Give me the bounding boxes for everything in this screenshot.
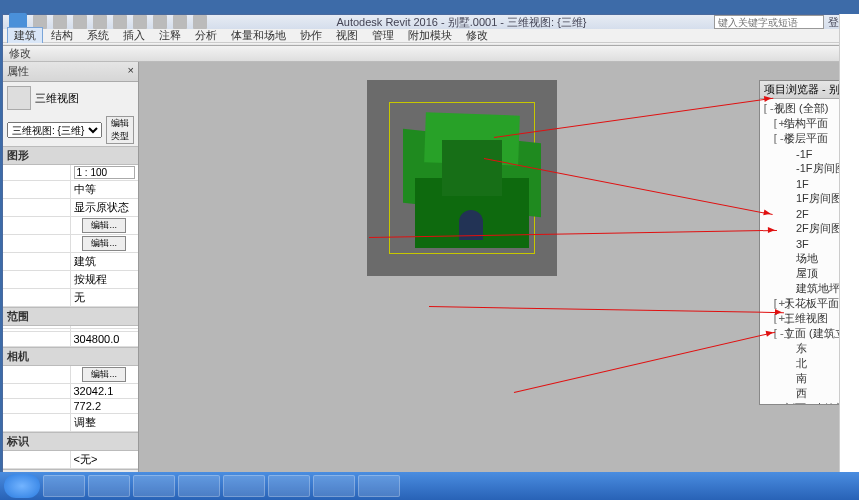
instance-selector[interactable]: 三维视图: {三维} [7,122,102,138]
tab-manage[interactable]: 管理 [366,28,400,43]
qat-icon[interactable] [93,15,107,29]
properties-title: 属性 [7,64,29,79]
task-item[interactable] [133,475,175,497]
task-item[interactable] [313,475,355,497]
tab-systems[interactable]: 系统 [81,28,115,43]
building-model[interactable] [387,100,537,256]
task-item[interactable] [178,475,220,497]
edit-button[interactable]: 编辑... [82,367,126,382]
section-id[interactable]: 标识 [3,432,138,451]
tab-collaborate[interactable]: 协作 [294,28,328,43]
view-type-icon [7,86,31,110]
viewport[interactable]: 项目浏览器 - 别墅.0001× [-]视图 (全部)[+]结构平面[-]楼层平… [139,62,856,491]
options-bar: 修改 [3,46,856,62]
help-search-input[interactable] [714,15,824,29]
qat-icon[interactable] [53,15,67,29]
app-window: Autodesk Revit 2016 - 别墅.0001 - 三维视图: {三… [2,14,857,498]
qat-icon[interactable] [193,15,207,29]
qat-icon[interactable] [73,15,87,29]
windows-taskbar[interactable] [0,472,859,500]
tab-modify[interactable]: 修改 [460,28,494,43]
qat-icon[interactable] [113,15,127,29]
annotation-arrow [514,332,775,393]
tab-analyze[interactable]: 分析 [189,28,223,43]
edit-button[interactable]: 编辑... [82,236,126,251]
properties-panel: 属性× 三维视图 三维视图: {三维} 编辑类型 图形 中等 显示原状态 编辑.… [3,62,139,491]
tab-structure[interactable]: 结构 [45,28,79,43]
task-item[interactable] [223,475,265,497]
tab-massing[interactable]: 体量和场地 [225,28,292,43]
model-view[interactable] [367,80,557,276]
ribbon-tabs: 建筑 结构 系统 插入 注释 分析 体量和场地 协作 视图 管理 附加模块 修改 [3,29,856,43]
task-item[interactable] [43,475,85,497]
qat-icon[interactable] [173,15,187,29]
task-item[interactable] [88,475,130,497]
task-item[interactable] [268,475,310,497]
quick-access-toolbar: Autodesk Revit 2016 - 别墅.0001 - 三维视图: {三… [3,15,856,29]
section-camera[interactable]: 相机 [3,347,138,366]
edit-type-button[interactable]: 编辑类型 [106,116,134,144]
annotation-arrow [429,306,784,313]
start-button[interactable] [4,474,40,498]
tab-view[interactable]: 视图 [330,28,364,43]
section-extent[interactable]: 范围 [3,307,138,326]
tab-addins[interactable]: 附加模块 [402,28,458,43]
tab-annotate[interactable]: 注释 [153,28,187,43]
section-graphics[interactable]: 图形 [3,146,138,165]
qat-icon[interactable] [133,15,147,29]
scale-input[interactable] [74,166,136,179]
close-icon[interactable]: × [128,64,134,79]
qat-icon[interactable] [153,15,167,29]
tab-insert[interactable]: 插入 [117,28,151,43]
view-type-label: 三维视图 [35,91,79,106]
right-sidebar [839,14,859,474]
property-grid: 图形 中等 显示原状态 编辑... 编辑... 建筑 按规程 无 范围 3048… [3,146,138,469]
tab-architecture[interactable]: 建筑 [7,27,43,44]
content-area: 属性× 三维视图 三维视图: {三维} 编辑类型 图形 中等 显示原状态 编辑.… [3,62,856,491]
edit-button[interactable]: 编辑... [82,218,126,233]
task-item[interactable] [358,475,400,497]
